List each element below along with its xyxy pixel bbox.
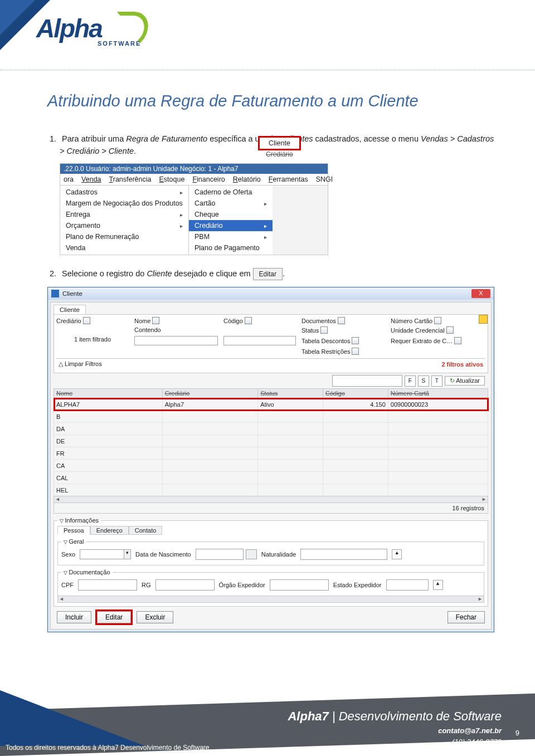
fl-unidade[interactable]: Unidade Credencial bbox=[391, 326, 485, 334]
flag-t[interactable]: T bbox=[431, 375, 442, 387]
flag-f[interactable]: F bbox=[405, 375, 416, 387]
window-title: Cliente bbox=[62, 290, 82, 297]
menu-estoque[interactable]: Estoque bbox=[159, 175, 185, 183]
fl-documentos[interactable]: Documentos bbox=[301, 317, 385, 324]
table-row[interactable]: HEL bbox=[54, 484, 488, 496]
in-natur[interactable] bbox=[300, 549, 387, 560]
fl-crediario[interactable]: Crediário bbox=[56, 317, 129, 324]
dotted-rule bbox=[0, 70, 535, 70]
info-fieldset: Informações Pessoa Endereço Contato Gera… bbox=[54, 517, 488, 607]
limpar-filtros[interactable]: Limpar Filtros bbox=[59, 360, 102, 368]
page-footer: Alpha7 | Desenvolvimento de Software con… bbox=[0, 692, 535, 756]
table-row[interactable]: B bbox=[54, 411, 488, 423]
fl-tabdesc[interactable]: Tabela Descontos bbox=[301, 336, 385, 345]
step-2-em: Cliente bbox=[147, 269, 172, 278]
incluir-button[interactable]: Incluir bbox=[57, 611, 91, 623]
tab-endereco[interactable]: Endereço bbox=[90, 526, 129, 535]
menu-transferencia[interactable]: Transferência bbox=[109, 175, 152, 183]
info-legend[interactable]: Informações bbox=[57, 517, 101, 524]
table-row[interactable]: FR bbox=[54, 447, 488, 460]
excluir-button[interactable]: Excluir bbox=[137, 611, 173, 623]
flag-s[interactable]: S bbox=[418, 375, 429, 387]
editar-button[interactable]: Editar bbox=[97, 611, 131, 623]
date-icon[interactable] bbox=[246, 549, 257, 559]
table-row[interactable]: CA bbox=[54, 460, 488, 472]
step-1-text: Para atribuir uma bbox=[62, 134, 126, 143]
up-icon[interactable]: ▲ bbox=[392, 549, 402, 559]
menu-venda[interactable]: Venda bbox=[81, 175, 101, 183]
mi-pbm[interactable]: PBM bbox=[189, 231, 273, 242]
mi-orcamento[interactable]: Orçamento bbox=[60, 220, 188, 231]
popout-cliente[interactable]: Cliente bbox=[258, 136, 301, 150]
collapse-icon[interactable] bbox=[479, 315, 488, 324]
geral-legend[interactable]: Geral bbox=[61, 538, 86, 545]
fi-codigo[interactable] bbox=[223, 336, 296, 345]
cliente-window: Cliente X Cliente Crediário Nome Código … bbox=[47, 287, 494, 632]
menu-ferramentas[interactable]: Ferramentas bbox=[269, 175, 308, 183]
mi-margem[interactable]: Margem de Negociação dos Produtos bbox=[60, 198, 188, 209]
quick-search-input[interactable] bbox=[332, 375, 402, 387]
mi-cheque[interactable]: Cheque bbox=[189, 209, 273, 220]
step-2-dot: . bbox=[283, 269, 285, 278]
menu-financeiro[interactable]: Financeiro bbox=[192, 175, 225, 183]
lbl-dnasc: Data de Nascimento bbox=[135, 551, 191, 558]
lbl-natur: Naturalidade bbox=[261, 551, 296, 558]
mi-caderno[interactable]: Caderno de Oferta bbox=[189, 187, 273, 198]
up-icon2[interactable]: ▲ bbox=[433, 580, 443, 590]
submenu-right: Caderno de Oferta Cartão Cheque Crediári… bbox=[189, 186, 273, 255]
lbl-sexo: Sexo bbox=[61, 551, 75, 558]
combo-sexo[interactable] bbox=[80, 549, 131, 559]
close-button[interactable]: X bbox=[471, 289, 490, 298]
fl-tabrest[interactable]: Tabela Restrições bbox=[301, 348, 385, 355]
fl-reqextr[interactable]: Requer Extrato de C… bbox=[391, 336, 485, 345]
in-rg[interactable] bbox=[155, 579, 215, 591]
mi-plano-rem[interactable]: Plano de Remuneração bbox=[60, 231, 188, 242]
tab-pessoa[interactable]: Pessoa bbox=[57, 526, 90, 535]
mi-crediario[interactable]: Crediário bbox=[189, 220, 273, 231]
in-estexp[interactable] bbox=[386, 579, 429, 591]
menubar: ora Venda Transferência Estoque Financei… bbox=[60, 174, 328, 186]
geral-fieldset: Geral Sexo Data de Nascimento Naturalida… bbox=[57, 538, 484, 565]
atualizar-button[interactable]: Atualizar bbox=[445, 376, 485, 386]
menu-ora[interactable]: ora bbox=[64, 175, 74, 183]
tab-cliente[interactable]: Cliente bbox=[54, 305, 86, 314]
doc-legend[interactable]: Documentação bbox=[61, 569, 113, 575]
table-row[interactable]: DE bbox=[54, 435, 488, 447]
mi-cartao[interactable]: Cartão bbox=[189, 198, 273, 209]
in-cpf[interactable] bbox=[78, 579, 137, 591]
logo-word: Alpha bbox=[36, 14, 102, 43]
footer-email: contato@a7.net.br bbox=[438, 726, 502, 735]
fechar-button[interactable]: Fechar bbox=[448, 611, 485, 623]
mi-venda[interactable]: Venda bbox=[60, 242, 188, 253]
in-dnasc[interactable] bbox=[196, 549, 244, 560]
search-line: F S T Atualizar bbox=[54, 373, 488, 388]
filtros-ativos: 2 filtros ativos bbox=[441, 361, 483, 368]
mi-plano-pag[interactable]: Plano de Pagamento bbox=[189, 242, 273, 253]
step-1-text3: cadastrados, acesse o menu bbox=[313, 134, 421, 143]
table-row[interactable]: CAL bbox=[54, 472, 488, 484]
fl-status[interactable]: Status bbox=[301, 326, 385, 334]
h-scrollbar[interactable] bbox=[54, 496, 488, 503]
menu-screenshot: .22.0.0 Usuário: admin-admin Unidade Neg… bbox=[60, 163, 328, 255]
in-orgao[interactable] bbox=[270, 579, 329, 591]
info-h-scrollbar[interactable] bbox=[57, 596, 484, 603]
mi-entrega[interactable]: Entrega bbox=[60, 209, 188, 220]
menu-sngi[interactable]: SNGI bbox=[316, 175, 333, 183]
table-row[interactable]: DA bbox=[54, 423, 488, 435]
section-heading: Atribuindo uma Regra de Faturamento a um… bbox=[47, 92, 499, 110]
fl-codigo[interactable]: Código bbox=[223, 317, 296, 324]
fl-numcartao[interactable]: Número Cartão bbox=[391, 317, 485, 324]
table-row-selected[interactable]: ALPHA7Alpha7Ativo 4.15000900000023 bbox=[54, 398, 488, 411]
mi-cadastros[interactable]: Cadastros bbox=[60, 187, 188, 198]
fl-nome[interactable]: Nome bbox=[134, 317, 218, 324]
registros-count: 16 registros bbox=[54, 503, 488, 514]
window-icon bbox=[51, 290, 59, 297]
popout-crediario[interactable]: Crediário bbox=[260, 149, 299, 159]
lbl-orgao: Órgão Expedidor bbox=[219, 582, 265, 588]
menu-relatorio[interactable]: Relatório bbox=[233, 175, 261, 183]
fi-nome[interactable] bbox=[134, 336, 218, 345]
inline-editar-button[interactable]: Editar bbox=[253, 268, 283, 281]
tab-contato[interactable]: Contato bbox=[129, 526, 163, 535]
fl-empty2 bbox=[223, 326, 296, 334]
cliente-table: Nome Crediário Status Código Número Cart… bbox=[54, 388, 488, 496]
